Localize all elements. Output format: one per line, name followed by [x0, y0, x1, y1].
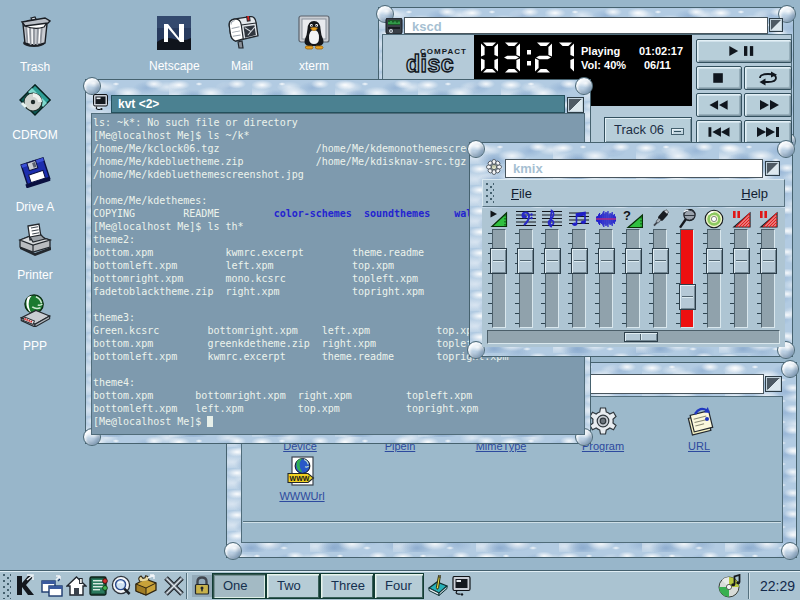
pager-desktop-four[interactable]: Four — [374, 573, 424, 599]
loop-icon — [745, 67, 791, 89]
desktop-icon-printer[interactable]: Printer — [8, 223, 62, 282]
kmix-maximize-button[interactable] — [765, 161, 780, 176]
mixer-slider-track[interactable] — [599, 229, 613, 328]
pager-desktop-one[interactable]: One — [212, 573, 266, 599]
mixer-slider-track[interactable] — [572, 229, 586, 328]
panel-clock: 22:29 — [760, 578, 795, 594]
prev-icon — [697, 121, 741, 143]
taskbar-panel: OneTwoThreeFour — [0, 570, 800, 600]
home-button[interactable] — [66, 575, 87, 600]
combo-indicator — [671, 128, 684, 135]
cd-icon — [704, 209, 724, 229]
unknown-icon: ? — [623, 209, 643, 229]
desktop-icon-netscape[interactable]: Netscape — [149, 16, 199, 73]
mixer-slider-handle[interactable] — [679, 284, 696, 310]
mixer-slider-track[interactable] — [653, 229, 667, 328]
kfm-maximize-button[interactable] — [765, 376, 782, 392]
mixer-slider-handle[interactable] — [652, 248, 669, 274]
desktop-icon-mail[interactable]: Mail — [217, 16, 267, 73]
mixer-slider-track[interactable] — [626, 229, 640, 328]
kmix-window: kmix File Help ? — [469, 142, 793, 357]
mixer-slider-handle[interactable] — [760, 248, 777, 274]
track-selector[interactable]: Track 06 — [604, 117, 692, 143]
mixer-slider-track[interactable] — [707, 229, 721, 328]
mixer-slider-track[interactable] — [519, 229, 533, 328]
mixer-slider-handle[interactable] — [706, 248, 723, 274]
playpause-icon — [697, 40, 791, 62]
mixer-slider-handle[interactable] — [544, 248, 561, 274]
mixer-slider-track[interactable] — [761, 229, 775, 328]
mixer-slider-handle[interactable] — [490, 248, 507, 274]
mixer-slider-track[interactable] — [545, 229, 559, 328]
menu-file[interactable]: File — [511, 186, 532, 201]
trash-icon — [19, 15, 51, 48]
display-book-icon — [89, 575, 110, 597]
k-menu-button[interactable] — [13, 574, 36, 600]
lock-button[interactable] — [192, 575, 212, 600]
kmix-scrollbar[interactable] — [487, 330, 780, 344]
kscd-maximize-button[interactable] — [769, 18, 783, 32]
kvt-app-icon[interactable] — [452, 576, 471, 600]
stop-button[interactable] — [696, 66, 742, 90]
pcm-wave-icon — [596, 209, 616, 229]
mixer-slider-handle[interactable] — [517, 248, 534, 274]
panel-handle[interactable] — [2, 573, 11, 599]
logout-button[interactable] — [163, 575, 185, 600]
k-logo-icon — [13, 574, 36, 597]
kscd-tray-icon[interactable] — [718, 574, 742, 600]
terminal-text: ls: ~k*: No such file or directory [Me@l… — [93, 116, 526, 428]
help-button[interactable] — [89, 575, 110, 600]
kvt-titlebar-icon — [93, 94, 108, 110]
mixer-slider-handle[interactable] — [571, 248, 588, 274]
desktop-icon-label: CDROM — [10, 128, 60, 142]
record-icon — [731, 209, 751, 229]
find-button[interactable] — [111, 575, 133, 600]
prev-track-button[interactable] — [696, 120, 742, 144]
kmix-scrollbar-handle[interactable] — [624, 332, 658, 342]
kfm-corner-knob[interactable] — [781, 542, 799, 560]
mixer-slider-handle[interactable] — [733, 248, 750, 274]
desktop-icon-xterm[interactable]: xterm — [289, 15, 339, 73]
rewind-button[interactable] — [696, 93, 742, 117]
kvt-maximize-button[interactable] — [567, 97, 584, 113]
kfm-icon-WWWUrl[interactable]: WWWUrl — [279, 490, 324, 502]
kscd-titlebar-icon — [385, 18, 403, 35]
kvt-corner-knob[interactable] — [575, 77, 593, 95]
knotes-app-icon[interactable] — [427, 575, 448, 600]
desktop-icon-cdrom[interactable]: CDROM — [10, 84, 60, 142]
kvt-titlebar[interactable]: kvt <2> — [111, 95, 565, 113]
mixer-slider-track[interactable] — [492, 229, 506, 328]
menu-help[interactable]: Help — [741, 186, 768, 201]
pager-desktop-two[interactable]: Two — [266, 573, 320, 599]
mixer-slider-track[interactable] — [680, 229, 694, 328]
kmix-titlebar-icon — [485, 159, 503, 175]
mixer-slider-track[interactable] — [734, 229, 748, 328]
toolbox-button[interactable] — [134, 574, 158, 600]
menubar-handle[interactable] — [485, 182, 494, 204]
kscd-titlebar[interactable]: kscd — [404, 17, 768, 34]
kvt-corner-knob[interactable] — [83, 77, 101, 95]
pager-desktop-three[interactable]: Three — [320, 573, 374, 599]
mixer-slider-handle[interactable] — [598, 248, 615, 274]
kmix-corner-knob[interactable] — [467, 140, 485, 158]
diagonal-split — [601, 260, 612, 262]
notes-icon — [569, 209, 589, 229]
mixer-slider-handle[interactable] — [625, 248, 642, 274]
kfm-corner-knob[interactable] — [224, 542, 242, 560]
kmix-corner-knob[interactable] — [777, 140, 795, 158]
window-list-button[interactable] — [41, 575, 63, 600]
lcd-status: Playing — [581, 45, 620, 57]
desktop-icon-ppp[interactable]: PPP — [9, 294, 61, 353]
windows-icon — [41, 575, 63, 597]
desktop-icon-drive-a[interactable]: Drive A — [10, 156, 60, 214]
play-pause-button[interactable] — [696, 39, 792, 63]
forward-button[interactable] — [744, 93, 792, 117]
combo-dash — [674, 131, 681, 132]
kfm-icon-URL[interactable]: URL — [688, 440, 710, 452]
kfm-corner-knob[interactable] — [781, 360, 799, 378]
diagonal-split — [767, 163, 778, 174]
desktop-icon-trash[interactable]: Trash — [10, 15, 60, 74]
loop-button[interactable] — [744, 66, 792, 90]
kmix-titlebar[interactable]: kmix — [505, 159, 763, 178]
diagonal-split — [767, 378, 780, 390]
